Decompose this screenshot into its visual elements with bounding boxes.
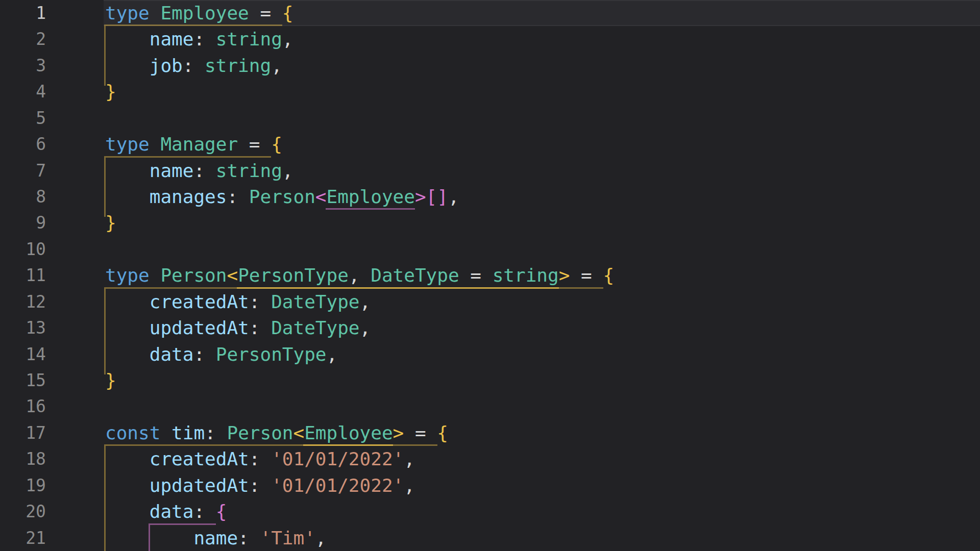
code-token: { (271, 134, 282, 155)
code-token: job (150, 55, 183, 76)
code-token: name (150, 29, 194, 49)
code-line[interactable]: 15} (0, 367, 980, 393)
line-number[interactable]: 6 (0, 131, 46, 157)
code-token (105, 291, 150, 312)
code-token: , (282, 29, 293, 49)
code-token: PersonType (216, 344, 327, 365)
code-line[interactable]: 8 manages: Person<Employee>[], (0, 184, 980, 210)
line-number[interactable]: 15 (0, 367, 46, 393)
code-token: < (293, 422, 305, 443)
code-line[interactable]: 10 (0, 236, 980, 262)
code-editor[interactable]: 1type Employee = {2 name: string,3 job: … (0, 0, 980, 551)
code-line[interactable]: 11type Person<PersonType, DateType = str… (0, 262, 980, 288)
code-line[interactable]: 9} (0, 210, 980, 236)
code-text: data: PersonType, (105, 341, 337, 367)
code-token: : (238, 528, 260, 548)
code-line[interactable]: 19 updatedAt: '01/01/2022', (0, 472, 980, 498)
line-number[interactable]: 11 (0, 262, 46, 288)
code-token: PersonType (238, 265, 349, 286)
code-token: , (404, 448, 415, 469)
line-number[interactable]: 16 (0, 393, 46, 419)
line-number[interactable]: 19 (0, 472, 46, 498)
code-token: , (448, 186, 459, 207)
code-text: updatedAt: DateType, (105, 315, 371, 341)
code-line[interactable]: 16 (0, 393, 980, 419)
code-text: type Manager = { (105, 131, 282, 157)
line-number[interactable]: 8 (0, 184, 46, 210)
line-number[interactable]: 20 (0, 498, 46, 524)
code-token: Person (249, 186, 315, 207)
code-token (105, 501, 150, 522)
line-number[interactable]: 13 (0, 315, 46, 341)
code-line[interactable]: 7 name: string, (0, 158, 980, 184)
code-token (150, 134, 161, 155)
code-line[interactable]: 1type Employee = { (0, 0, 980, 26)
code-line[interactable]: 4} (0, 79, 980, 105)
code-line[interactable]: 14 data: PersonType, (0, 341, 980, 367)
code-token: string (493, 265, 559, 286)
line-number[interactable]: 1 (0, 0, 46, 26)
line-number[interactable]: 3 (0, 53, 46, 79)
line-number[interactable]: 9 (0, 210, 46, 236)
code-token (105, 528, 193, 548)
code-text: job: string, (105, 53, 282, 79)
code-token: : (249, 291, 271, 312)
line-number[interactable]: 7 (0, 158, 46, 184)
line-number[interactable]: 21 (0, 525, 46, 551)
code-text: type Person<PersonType, DateType = strin… (105, 262, 614, 288)
code-token: , (327, 344, 338, 365)
code-text: } (105, 367, 116, 393)
line-number[interactable]: 18 (0, 446, 46, 472)
code-token: { (282, 3, 293, 23)
code-line[interactable]: 17const tim: Person<Employee> = { (0, 420, 980, 446)
code-line[interactable]: 12 createdAt: DateType, (0, 289, 980, 315)
code-line[interactable]: 18 createdAt: '01/01/2022', (0, 446, 980, 472)
line-number[interactable]: 14 (0, 341, 46, 367)
line-number[interactable]: 4 (0, 79, 46, 105)
code-token (150, 3, 161, 23)
code-line[interactable]: 21 name: 'Tim', (0, 525, 980, 551)
code-token: updatedAt (150, 317, 249, 338)
code-token: type (105, 3, 150, 23)
code-token: > (393, 422, 404, 443)
code-token: , (271, 55, 282, 76)
code-token: , (282, 160, 293, 181)
code-token (160, 422, 172, 443)
code-token: data (150, 344, 194, 365)
line-number[interactable]: 5 (0, 105, 46, 131)
code-token: , (315, 528, 327, 548)
code-token: < (315, 186, 327, 207)
code-token: Manager (160, 134, 238, 155)
code-token: : (193, 501, 215, 522)
code-line[interactable]: 13 updatedAt: DateType, (0, 315, 980, 341)
code-line[interactable]: 5 (0, 105, 980, 131)
code-token: = (238, 134, 271, 155)
line-number[interactable]: 2 (0, 26, 46, 52)
code-token: : (205, 422, 227, 443)
code-text: type Employee = { (105, 0, 293, 26)
code-token: data (150, 501, 194, 522)
code-token: { (437, 422, 448, 443)
code-token: , (360, 317, 371, 338)
code-token: } (105, 81, 116, 102)
code-line[interactable]: 2 name: string, (0, 26, 980, 52)
code-token: Employee (304, 422, 393, 443)
code-token: { (216, 501, 227, 522)
code-text: } (105, 79, 116, 105)
code-token (105, 29, 150, 49)
code-token: string (216, 29, 282, 49)
code-token: , (404, 475, 415, 496)
line-number[interactable]: 17 (0, 420, 46, 446)
line-number[interactable]: 12 (0, 289, 46, 315)
code-line[interactable]: 20 data: { (0, 498, 980, 524)
code-line[interactable]: 3 job: string, (0, 53, 980, 79)
code-line[interactable]: 6type Manager = { (0, 131, 980, 157)
code-text: name: string, (105, 26, 293, 52)
code-token: type (105, 265, 150, 286)
code-token: updatedAt (150, 475, 249, 496)
code-text: data: { (105, 498, 227, 524)
code-token: : (193, 29, 215, 49)
line-number[interactable]: 10 (0, 236, 46, 262)
code-token (105, 317, 150, 338)
code-token: name (150, 160, 194, 181)
